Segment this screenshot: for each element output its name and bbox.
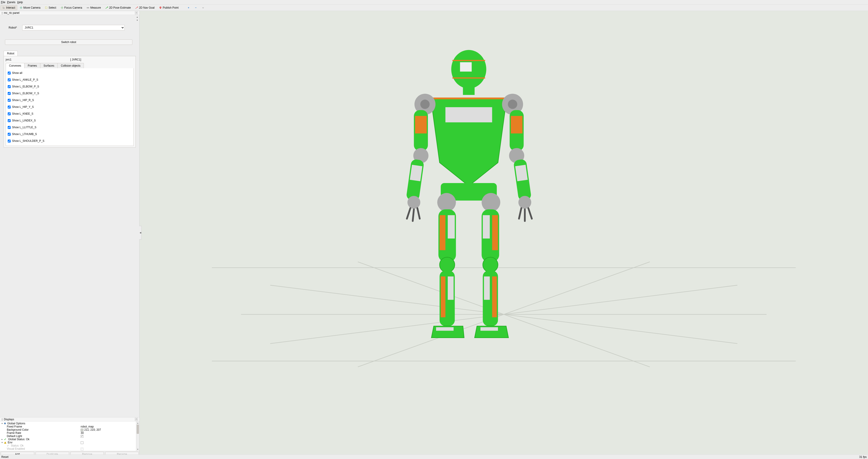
switch-robot-button[interactable]: Switch robot: [5, 39, 132, 45]
list-item: Show L_LTHUMB_S: [8, 131, 132, 137]
checkbox-icon[interactable]: [81, 435, 84, 438]
tool-select-label: Select: [49, 6, 56, 9]
tab-robot[interactable]: Robot: [4, 51, 18, 56]
displays-panel-title: Displays: [4, 418, 14, 421]
tool-2d-nav-goal[interactable]: 2D Nav Goal: [133, 5, 157, 10]
displays-scrollbar[interactable]: ▲▼: [136, 421, 140, 451]
grip-icon[interactable]: ⣿: [1, 12, 3, 14]
subtab-frames[interactable]: Frames: [24, 63, 40, 68]
check-label: Show L_ANKLE_P_S: [12, 78, 38, 81]
tree-expand-icon[interactable]: ▸: [1, 438, 3, 440]
svg-point-2: [62, 7, 62, 8]
check-l-ankle-p-s[interactable]: [8, 78, 11, 81]
svg-rect-3: [87, 7, 89, 8]
tree-global-status[interactable]: Global Status: Ok: [8, 438, 135, 441]
checkbox-icon[interactable]: [81, 441, 84, 444]
tree-collapse-icon[interactable]: ▾: [1, 441, 3, 444]
tool-move-camera[interactable]: Move Camera: [18, 5, 42, 10]
svg-rect-55: [436, 327, 454, 331]
menu-file[interactable]: File: [1, 1, 5, 4]
robot-select[interactable]: JVRC1: [22, 25, 125, 30]
check-l-hip-y-s[interactable]: [8, 106, 11, 108]
tool-measure[interactable]: Measure: [85, 5, 103, 10]
tool-interact[interactable]: Interact: [0, 5, 17, 10]
tree-fixed-frame[interactable]: Fixed Frame: [7, 425, 80, 428]
check-l-elbow-y-s[interactable]: [8, 92, 11, 95]
subtab-convexes[interactable]: Convexes: [6, 63, 25, 68]
minus-icon: [194, 6, 197, 9]
reset-button[interactable]: Reset: [1, 455, 8, 459]
subtab-collision-objects[interactable]: Collision objects: [57, 63, 84, 68]
displays-tree[interactable]: ▾Global Options Fixed Framerobot_map Bac…: [0, 421, 136, 451]
3d-viewport[interactable]: ◀: [140, 11, 868, 455]
check-label: Show L_ELBOW_Y_S: [12, 92, 39, 95]
tree-default-light-val[interactable]: [81, 434, 135, 438]
check-l-hip-r-s[interactable]: [8, 99, 11, 102]
svg-rect-15: [445, 107, 492, 122]
tool-2d-nav-goal-label: 2D Nav Goal: [139, 6, 155, 9]
check-l-knee-s[interactable]: [8, 112, 11, 115]
check-l-elbow-p-s[interactable]: [8, 85, 11, 88]
tree-frame-rate[interactable]: Frame Rate: [7, 431, 80, 434]
check-show-all-label: Show all: [12, 71, 22, 74]
menu-panels[interactable]: Panels: [7, 1, 16, 4]
tree-bg-color[interactable]: Background Color: [7, 428, 80, 431]
svg-point-19: [508, 100, 517, 109]
tree-frame-rate-val[interactable]: 30: [81, 431, 135, 434]
tool-extra-1[interactable]: [185, 5, 192, 10]
tool-select[interactable]: Select: [43, 5, 58, 10]
check-l-lindex-s[interactable]: [8, 119, 11, 122]
svg-rect-45: [492, 215, 498, 250]
check-l-lthumb-s[interactable]: [8, 133, 11, 136]
list-item: Show L_ELBOW_P_S: [8, 83, 132, 90]
panel-undock-button[interactable]: □: [135, 418, 138, 421]
tool-extra-3[interactable]: [200, 5, 207, 10]
svg-point-47: [440, 257, 455, 272]
svg-line-37: [528, 208, 532, 219]
check-label: Show L_KNEE_S: [12, 112, 33, 115]
svg-rect-0: [45, 7, 47, 9]
menu-help[interactable]: Help: [17, 1, 23, 4]
svg-rect-13: [460, 62, 472, 72]
warning-icon: [4, 441, 6, 444]
svg-rect-51: [448, 276, 454, 300]
svg-point-17: [421, 100, 430, 109]
displays-panel-title-bar[interactable]: ⣿ Displays □: [0, 417, 140, 421]
subtab-surfaces[interactable]: Surfaces: [40, 63, 58, 68]
mcrtc-panel-title-bar[interactable]: ⣿ mc_rtc panel □: [0, 11, 140, 15]
tool-measure-label: Measure: [90, 6, 101, 9]
check-l-shoulder-p-s[interactable]: [8, 139, 11, 142]
mcrtc-panel: ▲▼ Robot* JVRC1 Switch robot Robot jvrc1: [0, 15, 140, 417]
tree-status-ok: Status: Ok: [11, 444, 135, 447]
tree-bg-color-val[interactable]: 211; 215; 207: [81, 428, 135, 431]
convexes-checklist: Show all Show L_ANKLE_P_S Show L_ELBOW_P…: [6, 68, 134, 146]
robot-name-value: [ JVRC1]: [70, 58, 134, 61]
svg-rect-42: [440, 215, 445, 250]
tool-publish-point-label: Publish Point: [163, 6, 179, 9]
ok-icon: ✓: [7, 444, 9, 447]
tree-default-light[interactable]: Default Light: [7, 434, 80, 438]
check-label: Show L_LTHUMB_S: [12, 133, 37, 136]
tool-publish-point[interactable]: Publish Point: [157, 5, 181, 10]
pose-estimate-icon: [105, 6, 108, 9]
tree-env[interactable]: Env: [8, 441, 80, 444]
tool-extra-2[interactable]: [192, 5, 199, 10]
tree-global-options[interactable]: Global Options: [7, 422, 135, 425]
tree-collapse-icon[interactable]: ▾: [1, 422, 3, 425]
select-icon: [45, 6, 48, 9]
ok-icon: ✓: [4, 438, 6, 441]
tool-focus-camera[interactable]: Focus Camera: [59, 5, 84, 10]
check-label: Show L_LINDEX_S: [12, 119, 36, 122]
mcrtc-scrollbar[interactable]: ▲▼: [135, 15, 139, 417]
check-l-llittle-s[interactable]: [8, 126, 11, 129]
list-item: Show L_HIP_R_S: [8, 97, 132, 103]
measure-icon: [87, 6, 89, 9]
tree-fixed-frame-val[interactable]: robot_map: [81, 425, 135, 428]
tool-2d-pose-estimate[interactable]: 2D Pose Estimate: [103, 5, 133, 10]
status-bar: Reset 31 fps: [0, 455, 868, 459]
tree-env-val[interactable]: [81, 441, 135, 444]
check-show-all[interactable]: [8, 72, 11, 74]
grip-icon[interactable]: ⣿: [1, 418, 3, 421]
panel-undock-button[interactable]: □: [135, 11, 138, 14]
tree-visual-enabled: Visual Enabled: [7, 447, 80, 450]
